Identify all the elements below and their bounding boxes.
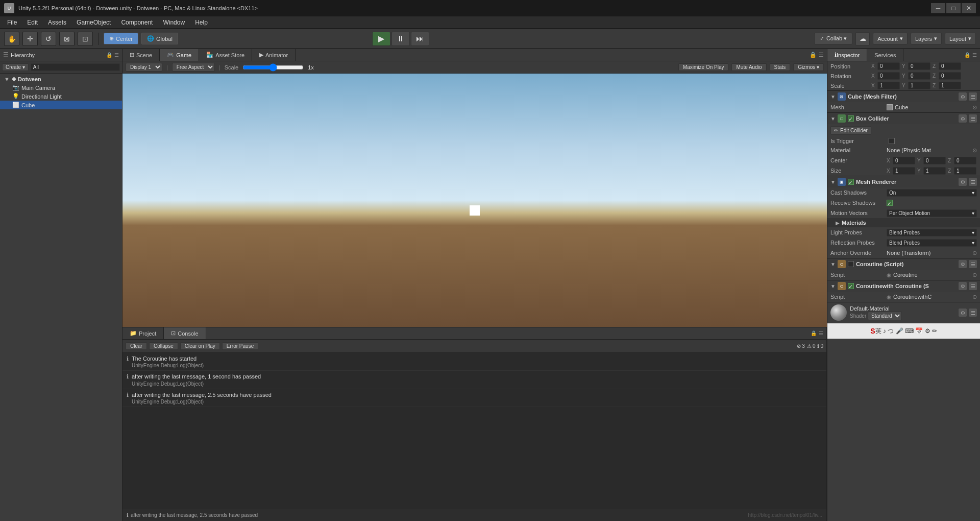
mute-audio-button[interactable]: Mute Audio <box>731 63 766 71</box>
menu-edit[interactable]: Edit <box>22 18 43 27</box>
materials-subheader[interactable]: ▶ Materials <box>827 218 980 227</box>
size-y-input[interactable] <box>923 167 946 175</box>
maximize-button[interactable]: □ <box>946 3 961 13</box>
center-button[interactable]: ⊕ Center <box>104 33 138 44</box>
collab-button[interactable]: ✓ Collab ▾ <box>814 33 852 44</box>
material-shader-select[interactable]: Standard <box>868 312 902 320</box>
mesh-filter-menu-button[interactable]: ☰ <box>969 92 977 101</box>
tab-asset-store[interactable]: 🏪 Asset Store <box>199 49 252 61</box>
clear-on-play-button[interactable]: Clear on Play <box>180 342 220 350</box>
console-lock-icon[interactable]: 🔒 <box>811 330 817 336</box>
size-z-input[interactable] <box>954 167 976 175</box>
layers-button[interactable]: Layers ▾ <box>911 33 942 44</box>
tab-inspector[interactable]: ℹ Inspector <box>827 49 867 61</box>
position-x-input[interactable] <box>877 62 900 70</box>
mesh-target-icon[interactable]: ⊙ <box>972 104 977 111</box>
account-button[interactable]: Account ▾ <box>873 33 908 44</box>
inspector-menu-icon[interactable]: ☰ <box>972 52 977 58</box>
mesh-renderer-menu-button[interactable]: ☰ <box>969 178 977 186</box>
scale-y-input[interactable] <box>908 82 930 89</box>
motion-vectors-dropdown[interactable]: Per Object Motion ▾ <box>887 209 977 217</box>
coroutine-menu-button[interactable]: ☰ <box>969 260 977 268</box>
tab-animator[interactable]: ▶ Animator <box>252 49 296 61</box>
coroutinewith-enable-checkbox[interactable]: ✓ <box>848 283 854 289</box>
aspect-select[interactable]: Free Aspect <box>172 63 215 72</box>
coroutinewith-settings-button[interactable]: ⚙ <box>959 282 967 290</box>
is-trigger-checkbox[interactable] <box>889 138 895 144</box>
console-message-1[interactable]: ℹ The Coroutine has started UnityEngine.… <box>122 353 826 371</box>
rotation-x-input[interactable] <box>877 72 900 80</box>
anchor-override-icon[interactable]: ⊙ <box>972 250 977 256</box>
tab-console[interactable]: ⊡ Console <box>164 327 206 339</box>
collapse-button[interactable]: Collapse <box>149 342 178 350</box>
move-tool[interactable]: ✛ <box>22 32 38 46</box>
inspector-lock-icon[interactable]: 🔒 <box>964 52 970 58</box>
mesh-filter-header[interactable]: ▼ ⊠ Cube (Mesh Filter) ⚙ ☰ <box>827 91 980 102</box>
minimize-button[interactable]: ─ <box>931 3 945 13</box>
menu-file[interactable]: File <box>2 18 22 27</box>
position-y-input[interactable] <box>908 62 930 70</box>
position-z-input[interactable] <box>939 62 961 70</box>
play-button[interactable]: ▶ <box>372 32 390 46</box>
scale-z-input[interactable] <box>939 82 961 89</box>
clear-button[interactable]: Clear <box>126 342 147 350</box>
pause-button[interactable]: ⏸ <box>391 32 410 46</box>
display-select[interactable]: Display 1 <box>126 63 162 72</box>
menu-help[interactable]: Help <box>190 18 213 27</box>
console-message-2[interactable]: ℹ after writing the last message, 1 seco… <box>122 371 826 389</box>
hierarchy-item-cube[interactable]: ⬜ Cube <box>0 101 122 109</box>
console-messages[interactable]: ℹ The Coroutine has started UnityEngine.… <box>122 353 826 509</box>
box-collider-header[interactable]: ▼ □ ✓ Box Collider ⚙ ☰ <box>827 113 980 124</box>
coroutinewith-script-header[interactable]: ▼ C ✓ Coroutinewith Coroutine (S ⚙ ☰ <box>827 280 980 292</box>
reflection-probes-dropdown[interactable]: Blend Probes ▾ <box>887 239 977 247</box>
menu-assets[interactable]: Assets <box>43 18 71 27</box>
cast-shadows-dropdown[interactable]: On ▾ <box>887 189 977 197</box>
box-collider-settings-button[interactable]: ⚙ <box>959 114 967 123</box>
step-button[interactable]: ⏭ <box>411 32 429 46</box>
material-menu-button[interactable]: ☰ <box>969 309 977 317</box>
mesh-renderer-settings-button[interactable]: ⚙ <box>959 178 967 186</box>
console-menu-icon[interactable]: ☰ <box>819 330 823 336</box>
view-tabs-lock[interactable]: 🔒 <box>810 52 817 58</box>
hierarchy-item-directionallight[interactable]: 💡 Directional Light <box>0 92 122 101</box>
rotation-z-input[interactable] <box>939 72 961 80</box>
error-pause-button[interactable]: Error Pause <box>222 342 258 350</box>
coroutine-script-header[interactable]: ▼ C Coroutine (Script) ⚙ ☰ <box>827 258 980 270</box>
global-button[interactable]: 🌐 Global <box>141 33 178 44</box>
hierarchy-search-input[interactable] <box>31 63 120 71</box>
coroutine-settings-button[interactable]: ⚙ <box>959 260 967 268</box>
layout-button[interactable]: Layout ▾ <box>945 33 976 44</box>
stats-button[interactable]: Stats <box>770 63 791 71</box>
rotation-y-input[interactable] <box>908 72 930 80</box>
hand-tool[interactable]: ✋ <box>4 32 19 46</box>
mesh-renderer-enable-checkbox[interactable]: ✓ <box>848 179 854 185</box>
tab-scene[interactable]: ⊞ Scene <box>122 49 160 61</box>
scale-slider[interactable] <box>242 63 304 72</box>
box-collider-menu-button[interactable]: ☰ <box>969 114 977 123</box>
rect-tool[interactable]: ⊡ <box>78 32 93 46</box>
center-y-input[interactable] <box>923 157 946 164</box>
mesh-renderer-header[interactable]: ▼ ▣ ✓ Mesh Renderer ⚙ ☰ <box>827 176 980 187</box>
hierarchy-item-maincamera[interactable]: 📷 Main Camera <box>0 83 122 92</box>
scale-tool[interactable]: ⊠ <box>59 32 75 46</box>
material-settings-button[interactable]: ⚙ <box>959 309 967 317</box>
close-button[interactable]: ✕ <box>962 3 976 13</box>
receive-shadows-checkbox[interactable]: ✓ <box>887 200 893 206</box>
hierarchy-create-button[interactable]: Create ▾ <box>2 63 29 71</box>
tab-game[interactable]: 🎮 Game <box>160 49 199 61</box>
light-probes-dropdown[interactable]: Blend Probes ▾ <box>887 229 977 236</box>
rotate-tool[interactable]: ↺ <box>41 32 56 46</box>
coroutinewith-script-target[interactable]: ⊙ <box>972 294 977 300</box>
coroutine-enable-checkbox[interactable] <box>848 261 854 267</box>
scale-x-input[interactable] <box>877 82 900 89</box>
gizmos-button[interactable]: Gizmos ▾ <box>793 63 824 71</box>
center-z-input[interactable] <box>954 157 976 164</box>
hierarchy-item-dotween[interactable]: ▼ ◈ Dotween <box>0 75 122 83</box>
tab-services[interactable]: Services <box>867 49 903 61</box>
view-tabs-menu[interactable]: ☰ <box>819 52 824 58</box>
maximize-on-play-button[interactable]: Maximize On Play <box>678 63 729 71</box>
edit-collider-button[interactable]: ✏ Edit Collider <box>830 126 871 135</box>
cloud-button[interactable]: ☁ <box>855 32 870 45</box>
tab-project[interactable]: 📁 Project <box>122 327 164 339</box>
size-x-input[interactable] <box>893 167 915 175</box>
